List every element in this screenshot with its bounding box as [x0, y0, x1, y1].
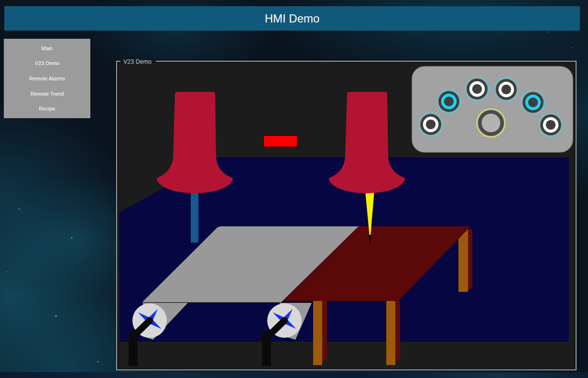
- panel-button-2[interactable]: [437, 90, 460, 113]
- cable-right-drop: [262, 332, 271, 366]
- table-leg-front-left-side: [322, 301, 327, 362]
- table-leg-back-side: [468, 229, 472, 291]
- panel-button-7[interactable]: [477, 109, 505, 137]
- panel-button-1[interactable]: [419, 113, 442, 136]
- status-indicator: [263, 135, 297, 147]
- v23-demo-scene: V23 Demo: [0, 0, 588, 378]
- groupbox-label: V23 Demo: [123, 58, 152, 65]
- table-leg-front-right-side: [395, 301, 400, 362]
- table-leg-back: [458, 229, 468, 292]
- panel-button-4[interactable]: [495, 78, 518, 101]
- panel-button-3[interactable]: [466, 78, 489, 100]
- cable-left-drop: [129, 332, 138, 366]
- feed-pipe: [191, 191, 198, 243]
- panel-button-5[interactable]: [522, 91, 544, 114]
- table-leg-front-left: [313, 301, 322, 365]
- panel-button-6[interactable]: [539, 113, 562, 136]
- table-leg-front-right: [386, 301, 395, 365]
- button-face: [482, 114, 501, 133]
